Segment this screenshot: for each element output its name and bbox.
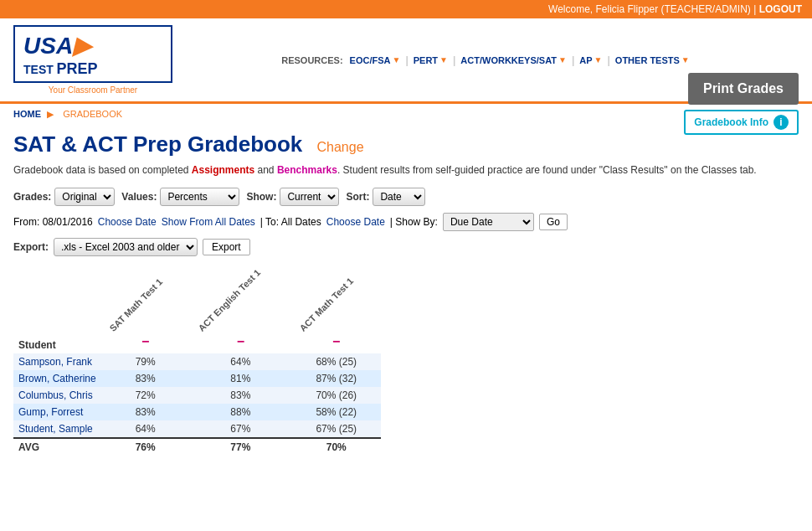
sort-select[interactable]: Date Name	[373, 188, 425, 206]
to-label: | To: All Dates	[260, 216, 321, 228]
data-cell: 58% (22)	[291, 404, 381, 420]
desc-part3: . Student results from self-guided pract…	[337, 164, 757, 176]
grades-label: Grades:	[13, 191, 51, 203]
show-by-select[interactable]: Due Date Assigned Date	[443, 213, 534, 231]
export-row: Export: .xls - Excel 2003 and older .xls…	[13, 238, 799, 256]
logo-usa: USA▶	[23, 33, 91, 59]
table-row: Sampson, Frank79%64%68% (25)	[13, 353, 381, 370]
show-control: Show: Current All	[246, 188, 339, 206]
main-nav: RESOURCES: EOC/FSA ▼ | PERT ▼ | ACT/WORK…	[172, 54, 799, 66]
welcome-text: Welcome, Felicia Flipper (TEACHER/ADMIN)…	[548, 3, 756, 15]
student-name[interactable]: Columbus, Chris	[13, 387, 101, 404]
col-label-sat-math: SAT Math Test 1	[107, 276, 164, 333]
change-link[interactable]: Change	[317, 140, 364, 154]
export-format-select[interactable]: .xls - Excel 2003 and older .xlsx - Exce…	[54, 238, 198, 256]
avg-data-cell: 77%	[190, 438, 291, 456]
table-header-row: Student SAT Math Test 1 − ACT English Te…	[13, 270, 381, 353]
col-header-sat-math: SAT Math Test 1 −	[101, 270, 190, 353]
minus-icon-2[interactable]: −	[195, 334, 286, 349]
student-name[interactable]: Student, Sample	[13, 420, 101, 438]
col-label-act-english: ACT English Test 1	[196, 267, 262, 333]
col-header-act-english: ACT English Test 1 −	[190, 270, 291, 353]
student-col-header: Student	[13, 270, 101, 353]
breadcrumb-current: GRADEBOOK	[63, 109, 122, 119]
nav-eoc-fsa[interactable]: EOC/FSA ▼	[350, 55, 401, 65]
data-cell: 83%	[101, 370, 190, 387]
data-cell: 67%	[190, 420, 291, 438]
main-content: Print Grades Gradebook Info i SAT & ACT …	[0, 125, 812, 469]
show-all-dates-link[interactable]: Show From All Dates	[162, 216, 255, 228]
grades-select[interactable]: Original Current	[54, 188, 115, 206]
gradebook-info-label: Gradebook Info	[694, 116, 768, 128]
export-label: Export:	[13, 241, 49, 253]
data-cell: 64%	[190, 353, 291, 370]
desc-part2: and	[254, 164, 277, 176]
student-name[interactable]: Gump, Forrest	[13, 404, 101, 420]
logo-area: USA▶ TEST PREP Your Classroom Partner	[13, 25, 172, 95]
sort-label: Sort:	[346, 191, 369, 203]
desc-part1: Gradebook data is based on completed	[13, 164, 192, 176]
data-cell: 83%	[190, 387, 291, 404]
data-cell: 81%	[190, 370, 291, 387]
col-header-act-math: ACT Math Test 1 −	[291, 270, 381, 353]
gradebook-info-button[interactable]: Gradebook Info i	[684, 110, 799, 135]
logo-test: TEST	[23, 63, 54, 76]
gradebook-table: Student SAT Math Test 1 − ACT English Te…	[13, 270, 381, 456]
logo-tagline: Your Classroom Partner	[13, 85, 172, 95]
assignments-link[interactable]: Assignments	[192, 164, 254, 176]
info-icon: i	[773, 115, 789, 130]
choose-date2-link[interactable]: Choose Date	[326, 216, 385, 228]
page-title: SAT & ACT Prep Gradebook Change	[13, 131, 799, 157]
minus-icon-3[interactable]: −	[296, 334, 376, 349]
show-by-label: | Show By:	[390, 216, 438, 228]
show-label: Show:	[246, 191, 276, 203]
nav-ap[interactable]: AP ▼	[579, 55, 602, 65]
benchmarks-link[interactable]: Benchmarks	[277, 164, 337, 176]
data-cell: 67% (25)	[291, 420, 381, 438]
avg-data-cell: 70%	[291, 438, 381, 456]
table-row: Brown, Catherine83%81%87% (32)	[13, 370, 381, 387]
data-cell: 70% (26)	[291, 387, 381, 404]
nav-pert[interactable]: PERT ▼	[414, 55, 448, 65]
data-cell: 68% (25)	[291, 353, 381, 370]
choose-date-link[interactable]: Choose Date	[98, 216, 157, 228]
nav-act-workkeys-sat[interactable]: ACT/WORKKEYS/SAT ▼	[460, 55, 567, 65]
resources-label: RESOURCES:	[281, 55, 342, 65]
data-cell: 72%	[101, 387, 190, 404]
description: Gradebook data is based on completed Ass…	[13, 162, 799, 178]
logo-box: USA▶ TEST PREP	[13, 25, 172, 83]
values-select[interactable]: Percents Raw Scores	[160, 188, 239, 206]
data-cell: 87% (32)	[291, 370, 381, 387]
table-row: Gump, Forrest83%88%58% (22)	[13, 404, 381, 420]
col-label-act-math: ACT Math Test 1	[298, 276, 356, 333]
student-name[interactable]: Brown, Catherine	[13, 370, 101, 387]
page-title-text: SAT & ACT Prep Gradebook	[13, 131, 302, 157]
data-cell: 83%	[101, 404, 190, 420]
minus-icon-1[interactable]: −	[106, 334, 185, 349]
avg-label: AVG	[13, 438, 101, 456]
student-name[interactable]: Sampson, Frank	[13, 353, 101, 370]
data-cell: 64%	[101, 420, 190, 438]
show-select[interactable]: Current All	[280, 188, 339, 206]
breadcrumb-separator: ▶	[47, 109, 54, 119]
breadcrumb-home[interactable]: HOME	[13, 109, 41, 119]
grades-control: Grades: Original Current	[13, 188, 115, 206]
values-label: Values:	[121, 191, 157, 203]
from-label: From: 08/01/2016	[13, 216, 93, 228]
right-buttons: Print Grades Gradebook Info i	[684, 73, 799, 135]
top-bar: Welcome, Felicia Flipper (TEACHER/ADMIN)…	[0, 0, 812, 18]
logo-prep: PREP	[56, 60, 97, 77]
controls-row: Grades: Original Current Values: Percent…	[13, 188, 799, 206]
logout-link[interactable]: LOGOUT	[759, 3, 802, 15]
avg-row: AVG76%77%70%	[13, 438, 381, 456]
data-cell: 79%	[101, 353, 190, 370]
table-row: Columbus, Chris72%83%70% (26)	[13, 387, 381, 404]
date-row: From: 08/01/2016 Choose Date Show From A…	[13, 213, 799, 231]
export-button[interactable]: Export	[203, 239, 250, 255]
data-cell: 88%	[190, 404, 291, 420]
sort-control: Sort: Date Name	[346, 188, 425, 206]
print-grades-button[interactable]: Print Grades	[688, 73, 799, 105]
go-button[interactable]: Go	[539, 214, 568, 230]
nav-other-tests[interactable]: OTHER TESTS ▼	[615, 55, 690, 65]
avg-data-cell: 76%	[101, 438, 190, 456]
